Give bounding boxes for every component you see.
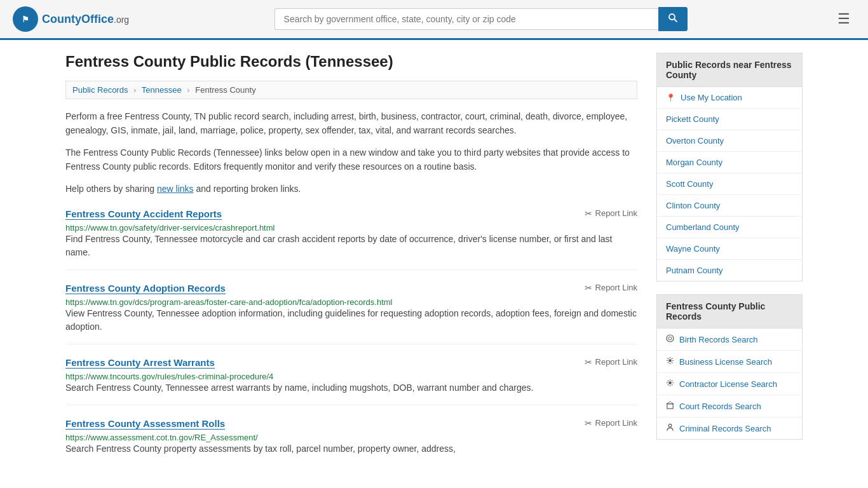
report-icon: ✂ — [585, 418, 592, 428]
public-records-item-1: Business License Search — [657, 351, 802, 373]
record-url[interactable]: https://www.tn.gov/dcs/program-areas/fos… — [65, 297, 392, 307]
location-icon: 📍 — [666, 93, 675, 102]
use-my-location-item: 📍 Use My Location — [657, 87, 802, 109]
nearby-county-link[interactable]: Wayne County — [657, 238, 802, 259]
record-title-link[interactable]: Fentress County Accident Reports — [65, 208, 222, 220]
record-url[interactable]: https://www.tn.gov/safety/driver-service… — [65, 223, 275, 233]
nearby-county-link[interactable]: Clinton County — [657, 195, 802, 216]
svg-text:⚑: ⚑ — [22, 15, 29, 24]
record-header: Fentress County Adoption Records ✂ Repor… — [65, 283, 637, 294]
nearby-county-item: Clinton County — [657, 195, 802, 217]
public-records-link[interactable]: Criminal Records Search — [679, 424, 771, 433]
nearby-county-item: Pickett County — [657, 109, 802, 130]
svg-point-7 — [668, 381, 672, 384]
record-title-link[interactable]: Fentress County Arrest Warrants — [65, 357, 215, 369]
record-description: Search Fentress County property assessme… — [65, 442, 637, 456]
record-title-link[interactable]: Fentress County Assessment Rolls — [65, 418, 225, 430]
description-2: The Fentress County Public Records (Tenn… — [65, 146, 637, 174]
nearby-county-link[interactable]: Pickett County — [657, 109, 802, 130]
nearby-county-link[interactable]: Cumberland County — [657, 217, 802, 238]
nearby-section-title: Public Records near Fentress County — [656, 53, 803, 87]
main-container: Fentress County Public Records (Tennesse… — [53, 40, 815, 488]
record-header: Fentress County Arrest Warrants ✂ Report… — [65, 357, 637, 369]
record-description: Search Fentress County, Tennessee arrest… — [65, 381, 637, 395]
breadcrumb-tennessee[interactable]: Tennessee — [142, 85, 182, 95]
nearby-county-item: Scott County — [657, 173, 802, 195]
content-area: Fentress County Public Records (Tennesse… — [65, 53, 637, 478]
public-records-item-4: Criminal Records Search — [657, 417, 802, 439]
public-records-link[interactable]: Contractor License Search — [679, 379, 777, 389]
report-link[interactable]: ✂ Report Link — [585, 283, 637, 293]
svg-point-5 — [668, 337, 672, 340]
nearby-county-item: Putnam County — [657, 260, 802, 281]
description-1: Perform a free Fentress County, TN publi… — [65, 109, 637, 138]
svg-point-10 — [668, 424, 672, 427]
use-my-location-label: Use My Location — [681, 93, 742, 102]
use-my-location-link[interactable]: 📍 Use My Location — [657, 87, 802, 108]
public-records-item-3: Court Records Search — [657, 395, 802, 417]
public-records-link[interactable]: Business License Search — [679, 357, 772, 367]
nearby-county-label: Clinton County — [666, 201, 720, 210]
public-records-list: Birth Records Search Business License Se… — [656, 329, 803, 440]
breadcrumb: Public Records › Tennessee › Fentress Co… — [65, 81, 637, 99]
svg-point-6 — [668, 359, 672, 362]
nearby-county-label: Morgan County — [666, 158, 722, 167]
record-entry: Fentress County Assessment Rolls ✂ Repor… — [65, 418, 637, 466]
page-title: Fentress County Public Records (Tennesse… — [65, 53, 637, 71]
public-records-link[interactable]: Court Records Search — [679, 402, 761, 411]
nearby-county-list: 📍 Use My Location Pickett County Overton… — [656, 87, 803, 281]
record-url[interactable]: https://www.tncourts.gov/rules/rules-cri… — [65, 372, 273, 381]
description-3: Help others by sharing new links and rep… — [65, 182, 637, 196]
record-entry: Fentress County Accident Reports ✂ Repor… — [65, 208, 637, 270]
record-url[interactable]: https://www.assessment.cot.tn.gov/RE_Ass… — [65, 433, 258, 442]
nearby-county-label: Overton County — [666, 136, 724, 146]
gear-small-icon — [666, 379, 674, 389]
logo-icon: ⚑ — [13, 6, 38, 32]
record-entry: Fentress County Arrest Warrants ✂ Report… — [65, 357, 637, 405]
breadcrumb-sep-1: › — [133, 85, 136, 95]
building-icon — [666, 401, 674, 411]
sidebar: Public Records near Fentress County 📍 Us… — [656, 53, 803, 478]
nearby-county-link[interactable]: Putnam County — [657, 260, 802, 281]
record-entry: Fentress County Adoption Records ✂ Repor… — [65, 283, 637, 344]
nearby-county-label: Wayne County — [666, 244, 720, 254]
nearby-county-item: Overton County — [657, 130, 802, 152]
nearby-county-item: Wayne County — [657, 238, 802, 260]
logo-text: CountyOffice.org — [42, 13, 129, 26]
search-input[interactable] — [275, 8, 658, 30]
report-icon: ✂ — [585, 283, 592, 293]
nearby-county-label: Scott County — [666, 179, 713, 189]
record-description: Find Fentress County, Tennessee motorcyc… — [65, 233, 637, 259]
search-button[interactable] — [658, 7, 688, 31]
nearby-county-label: Cumberland County — [666, 222, 740, 232]
breadcrumb-current: Fentress County — [195, 85, 255, 95]
public-records-section: Fentress County Public Records Birth Rec… — [656, 294, 803, 440]
record-description: View Fentress County, Tennessee adoption… — [65, 307, 637, 334]
svg-point-4 — [667, 335, 674, 342]
nearby-county-link[interactable]: Scott County — [657, 173, 802, 194]
public-records-section-title: Fentress County Public Records — [656, 294, 803, 329]
logo-area: ⚑ CountyOffice.org — [13, 6, 129, 32]
new-links-link[interactable]: new links — [157, 184, 194, 194]
breadcrumb-public-records[interactable]: Public Records — [72, 85, 128, 95]
report-icon: ✂ — [585, 208, 592, 219]
search-area — [275, 7, 688, 31]
report-link[interactable]: ✂ Report Link — [585, 418, 637, 428]
public-records-item-0: Birth Records Search — [657, 329, 802, 351]
nearby-county-item: Morgan County — [657, 152, 802, 173]
public-records-link[interactable]: Birth Records Search — [679, 335, 758, 344]
nearby-county-link[interactable]: Morgan County — [657, 152, 802, 173]
public-records-item-2: Contractor License Search — [657, 373, 802, 395]
hamburger-menu-button[interactable]: ☰ — [832, 8, 855, 30]
nearby-county-link[interactable]: Overton County — [657, 130, 802, 151]
record-title-link[interactable]: Fentress County Adoption Records — [65, 283, 226, 294]
report-link[interactable]: ✂ Report Link — [585, 208, 637, 219]
report-link[interactable]: ✂ Report Link — [585, 357, 637, 367]
record-header: Fentress County Assessment Rolls ✂ Repor… — [65, 418, 637, 430]
header: ⚑ CountyOffice.org ☰ — [0, 0, 868, 40]
report-icon: ✂ — [585, 357, 592, 367]
gear-icon — [666, 356, 674, 367]
fingerprint-icon — [666, 334, 674, 344]
nearby-county-label: Pickett County — [666, 114, 719, 124]
person-icon — [666, 423, 674, 433]
